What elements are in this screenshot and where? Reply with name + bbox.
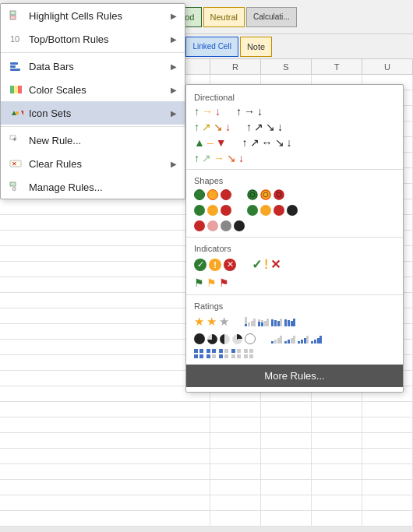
more-rules-label: More Rules...	[264, 370, 324, 382]
grid2-icon	[206, 349, 217, 359]
svg-rect-69	[306, 336, 309, 344]
colored-check-group: ✓ ! ✕	[194, 259, 236, 271]
svg-point-26	[261, 190, 270, 199]
upright-arrow2-dark-icon: ↗	[254, 122, 263, 132]
menu-item-highlight-cells[interactable]: Highlight Cells Rules ▶	[1, 4, 185, 27]
indicators-row2[interactable]: ⚑ ⚑ ⚑	[186, 274, 403, 291]
svg-rect-68	[304, 338, 306, 344]
separator2	[1, 126, 185, 127]
highlight-cells-icon	[9, 9, 24, 22]
divider1	[186, 169, 403, 170]
menu-item-new-rule[interactable]: ✦ New Rule...	[1, 129, 185, 152]
down-dark5-icon: ↓	[287, 137, 292, 148]
menu-item-color-scales[interactable]: Color Scales ▶	[1, 78, 185, 101]
directional-row1[interactable]: ↑ → ↓ ↑ → ↓	[186, 104, 403, 119]
directional-row4[interactable]: ↑ ↗ → ↘ ↓	[186, 150, 403, 166]
table-row	[0, 480, 413, 495]
menu-item-clear-rules[interactable]: ✕ Clear Rules ▶	[1, 152, 185, 175]
data-bars-arrow-icon: ▶	[171, 62, 177, 71]
svg-rect-80	[206, 354, 210, 358]
svg-rect-75	[199, 349, 203, 353]
svg-rect-58	[271, 341, 274, 344]
col-S: S	[261, 59, 312, 74]
up-arrow-dark-icon: ↑	[236, 106, 242, 117]
downright-arrow-orange-icon: ↘	[214, 122, 223, 132]
shapes-row2[interactable]	[186, 203, 403, 218]
shapes-section-title: Shapes	[186, 173, 403, 187]
bars6-icon	[284, 334, 295, 344]
horiz-dark5-icon: ↔	[262, 137, 273, 148]
calculation-style-cell[interactable]: Calculati...	[246, 7, 297, 27]
svg-rect-78	[206, 349, 210, 353]
down-arrow2-red-icon: ↓	[225, 122, 231, 132]
menu-item-manage-rules[interactable]: ⚙ Manage Rules...	[1, 175, 185, 199]
svg-rect-53	[284, 319, 287, 322]
svg-rect-86	[231, 349, 235, 353]
top-bottom-label: Top/Bottom Rules	[29, 33, 109, 45]
ratings-row1[interactable]: ★ ★ ★	[186, 312, 403, 331]
flag-red-icon: ⚑	[219, 277, 229, 289]
circle2-black-icon	[287, 205, 298, 216]
svg-rect-9	[10, 62, 18, 65]
note-style-cell[interactable]: Note	[240, 37, 272, 57]
svg-rect-79	[212, 349, 216, 353]
svg-rect-51	[284, 324, 287, 326]
indicators-row1[interactable]: ✓ ! ✕ ✓ ! ✕	[186, 255, 403, 274]
plain-circles-group	[194, 205, 231, 216]
pie-1q-icon	[232, 334, 242, 344]
circle-red-icon	[221, 205, 231, 216]
up-arrow-green-icon: ↑	[194, 106, 199, 117]
directional-section-title: Directional	[186, 90, 403, 104]
clear-rules-arrow-icon: ▶	[171, 160, 177, 168]
menu-item-top-bottom[interactable]: 10 Top/Bottom Rules ▶	[1, 27, 185, 51]
dark-arrows-4-group: ↑ ↗ ↘ ↓	[246, 122, 283, 132]
svg-text:✕: ✕	[12, 160, 17, 167]
directional-row2[interactable]: ↑ ↗ ↘ ↓ ↑ ↗ ↘ ↓	[186, 119, 403, 135]
svg-rect-33	[245, 317, 247, 319]
right-arrow-dark-icon: →	[244, 106, 255, 117]
pie-circles-group	[194, 333, 256, 344]
down5-icon: ↓	[238, 153, 244, 164]
svg-rect-66	[298, 341, 300, 344]
directional-row3[interactable]: ▲ – ▼ ↑ ↗ ↔ ↘ ↓	[186, 135, 403, 150]
shapes-row3[interactable]	[186, 218, 403, 234]
grid-squares-group	[194, 349, 254, 359]
upright-dark5-icon: ↗	[250, 137, 259, 148]
new-rule-icon: ✦	[9, 134, 24, 146]
menu-item-icon-sets[interactable]: ▲ ● ▼ Icon Sets ▶	[1, 101, 185, 125]
pie-half-icon	[220, 334, 230, 344]
divider2	[186, 237, 403, 238]
svg-point-24	[248, 190, 257, 199]
check-plain-icon: ✓	[252, 257, 262, 272]
icon-sets-submenu: Directional ↑ → ↓ ↑ → ↓ ↑ ↗ ↘ ↓ ↑ ↗ ↘ ↓ …	[185, 84, 404, 393]
neutral-style-cell[interactable]: Neutral	[203, 7, 245, 27]
svg-rect-81	[212, 354, 216, 358]
svg-point-28	[274, 190, 284, 199]
svg-rect-6	[10, 11, 16, 15]
down-arrow-red-icon: ↓	[215, 106, 221, 117]
bars3-icon	[271, 317, 282, 326]
menu-item-data-bars[interactable]: Data Bars ▶	[1, 55, 185, 78]
indicators-section-title: Indicators	[186, 241, 403, 255]
svg-rect-44	[271, 324, 274, 326]
shapes-row1[interactable]	[186, 187, 403, 203]
tl-outlined-yellow-icon	[260, 189, 271, 200]
svg-rect-73	[319, 336, 322, 344]
svg-rect-54	[288, 322, 290, 326]
svg-rect-84	[219, 354, 223, 358]
up-dark5-icon: ↑	[242, 137, 248, 148]
svg-rect-74	[194, 349, 198, 353]
ratings-row2[interactable]	[186, 331, 403, 347]
linked-style-cell[interactable]: Linked Cell	[185, 37, 238, 57]
check-circle-icon: ✓	[194, 259, 206, 271]
bars8-icon	[311, 334, 322, 344]
grid3-icon	[219, 349, 229, 359]
svg-rect-13	[14, 86, 18, 93]
ratings-row3[interactable]	[186, 347, 403, 361]
bar-ratings-2-group	[271, 334, 322, 344]
tl-green-icon	[194, 189, 205, 200]
svg-rect-10	[10, 65, 16, 68]
table-row	[0, 464, 413, 480]
svg-rect-72	[317, 338, 319, 344]
more-rules-button[interactable]: More Rules...	[186, 365, 403, 387]
